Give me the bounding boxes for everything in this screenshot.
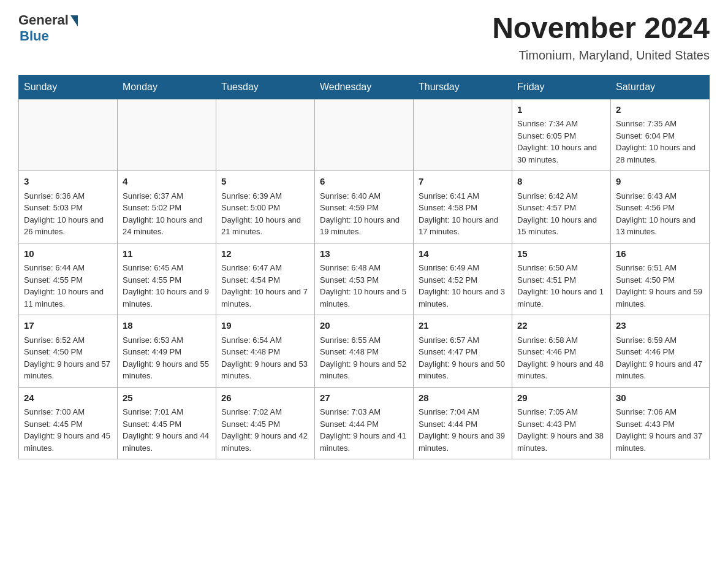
daylight-text: Daylight: 10 hours and 17 minutes.	[419, 215, 498, 237]
day-cell-4-1: 25Sunrise: 7:01 AMSunset: 4:45 PMDayligh…	[118, 387, 216, 459]
day-cell-0-5: 1Sunrise: 7:34 AMSunset: 6:05 PMDaylight…	[512, 99, 611, 171]
sunset-text: Sunset: 4:46 PM	[616, 347, 675, 356]
logo: General Blue	[18, 12, 78, 44]
daylight-text: Daylight: 10 hours and 19 minutes.	[320, 215, 400, 237]
day-number: 17	[24, 319, 112, 333]
sunset-text: Sunset: 4:48 PM	[320, 347, 379, 356]
col-thursday: Thursday	[414, 75, 512, 99]
day-cell-3-1: 18Sunrise: 6:53 AMSunset: 4:49 PMDayligh…	[118, 315, 216, 388]
sunset-text: Sunset: 4:56 PM	[616, 203, 675, 212]
sunset-text: Sunset: 4:45 PM	[123, 419, 181, 429]
day-cell-1-4: 7Sunrise: 6:41 AMSunset: 4:58 PMDaylight…	[414, 171, 512, 243]
sunset-text: Sunset: 4:53 PM	[320, 275, 379, 285]
day-cell-0-6: 2Sunrise: 7:35 AMSunset: 6:04 PMDaylight…	[611, 99, 710, 171]
sunset-text: Sunset: 4:58 PM	[419, 203, 477, 212]
sunrise-text: Sunrise: 6:52 AM	[24, 335, 85, 345]
sunrise-text: Sunrise: 6:59 AM	[616, 335, 677, 345]
sunrise-text: Sunrise: 6:50 AM	[517, 263, 578, 272]
daylight-text: Daylight: 9 hours and 47 minutes.	[616, 359, 702, 381]
sunrise-text: Sunrise: 7:05 AM	[517, 407, 578, 416]
col-sunday: Sunday	[19, 75, 118, 99]
daylight-text: Daylight: 9 hours and 59 minutes.	[616, 287, 702, 308]
sunrise-text: Sunrise: 6:40 AM	[320, 191, 381, 201]
day-cell-1-1: 4Sunrise: 6:37 AMSunset: 5:02 PMDaylight…	[118, 171, 216, 243]
day-cell-2-2: 12Sunrise: 6:47 AMSunset: 4:54 PMDayligh…	[216, 243, 315, 315]
day-cell-2-0: 10Sunrise: 6:44 AMSunset: 4:55 PMDayligh…	[19, 243, 118, 315]
daylight-text: Daylight: 9 hours and 55 minutes.	[123, 359, 209, 381]
sunset-text: Sunset: 4:44 PM	[419, 419, 477, 429]
daylight-text: Daylight: 10 hours and 1 minute.	[517, 287, 604, 308]
sunset-text: Sunset: 4:46 PM	[517, 347, 576, 356]
week-row-4: 17Sunrise: 6:52 AMSunset: 4:50 PMDayligh…	[19, 315, 710, 388]
header: General Blue November 2024 Timonium, Mar…	[18, 12, 710, 63]
daylight-text: Daylight: 9 hours and 53 minutes.	[221, 359, 308, 381]
sunrise-text: Sunrise: 7:00 AM	[24, 407, 85, 416]
sunrise-text: Sunrise: 6:37 AM	[123, 191, 183, 201]
sunset-text: Sunset: 5:03 PM	[24, 203, 83, 212]
col-saturday: Saturday	[611, 75, 710, 99]
day-number: 4	[123, 175, 211, 189]
daylight-text: Daylight: 10 hours and 13 minutes.	[616, 215, 696, 237]
sunrise-text: Sunrise: 6:43 AM	[616, 191, 677, 201]
sunset-text: Sunset: 4:44 PM	[320, 419, 379, 429]
calendar-table: Sunday Monday Tuesday Wednesday Thursday…	[18, 75, 710, 460]
sunrise-text: Sunrise: 6:57 AM	[419, 335, 479, 345]
sunset-text: Sunset: 4:48 PM	[221, 347, 280, 356]
sunset-text: Sunset: 4:54 PM	[221, 275, 280, 285]
day-cell-3-4: 21Sunrise: 6:57 AMSunset: 4:47 PMDayligh…	[414, 315, 512, 388]
day-number: 9	[616, 175, 704, 189]
day-cell-4-3: 27Sunrise: 7:03 AMSunset: 4:44 PMDayligh…	[315, 387, 414, 459]
day-number: 5	[221, 175, 309, 189]
day-number: 6	[320, 175, 408, 189]
logo-general-text: General	[18, 12, 69, 28]
day-cell-4-4: 28Sunrise: 7:04 AMSunset: 4:44 PMDayligh…	[414, 387, 512, 459]
daylight-text: Daylight: 10 hours and 24 minutes.	[123, 215, 202, 237]
sunset-text: Sunset: 4:57 PM	[517, 203, 576, 212]
day-cell-0-4	[414, 99, 512, 171]
sunrise-text: Sunrise: 6:49 AM	[419, 263, 479, 272]
logo-arrow-icon	[70, 15, 78, 26]
sunrise-text: Sunrise: 6:55 AM	[320, 335, 381, 345]
day-cell-3-5: 22Sunrise: 6:58 AMSunset: 4:46 PMDayligh…	[512, 315, 611, 388]
day-cell-2-6: 16Sunrise: 6:51 AMSunset: 4:50 PMDayligh…	[611, 243, 710, 315]
daylight-text: Daylight: 10 hours and 28 minutes.	[616, 143, 696, 164]
day-number: 21	[419, 319, 507, 333]
daylight-text: Daylight: 9 hours and 45 minutes.	[24, 431, 110, 453]
location-subtitle: Timonium, Maryland, United States	[492, 48, 710, 63]
sunrise-text: Sunrise: 7:03 AM	[320, 407, 381, 416]
day-cell-3-2: 19Sunrise: 6:54 AMSunset: 4:48 PMDayligh…	[216, 315, 315, 388]
day-cell-2-3: 13Sunrise: 6:48 AMSunset: 4:53 PMDayligh…	[315, 243, 414, 315]
sunset-text: Sunset: 4:43 PM	[517, 419, 576, 429]
daylight-text: Daylight: 10 hours and 15 minutes.	[517, 215, 597, 237]
day-number: 18	[123, 319, 211, 333]
day-cell-1-0: 3Sunrise: 6:36 AMSunset: 5:03 PMDaylight…	[19, 171, 118, 243]
calendar-header-row: Sunday Monday Tuesday Wednesday Thursday…	[19, 75, 710, 99]
day-cell-1-3: 6Sunrise: 6:40 AMSunset: 4:59 PMDaylight…	[315, 171, 414, 243]
daylight-text: Daylight: 10 hours and 21 minutes.	[221, 215, 301, 237]
day-cell-3-6: 23Sunrise: 6:59 AMSunset: 4:46 PMDayligh…	[611, 315, 710, 388]
sunset-text: Sunset: 4:50 PM	[616, 275, 675, 285]
daylight-text: Daylight: 9 hours and 37 minutes.	[616, 431, 702, 453]
sunrise-text: Sunrise: 7:35 AM	[616, 119, 677, 128]
sunrise-text: Sunrise: 6:58 AM	[517, 335, 578, 345]
daylight-text: Daylight: 9 hours and 57 minutes.	[24, 359, 110, 381]
day-number: 12	[221, 247, 309, 261]
sunset-text: Sunset: 5:00 PM	[221, 203, 280, 212]
sunrise-text: Sunrise: 6:53 AM	[123, 335, 183, 345]
day-number: 16	[616, 247, 704, 261]
sunset-text: Sunset: 4:45 PM	[221, 419, 280, 429]
day-number: 27	[320, 391, 408, 405]
day-cell-3-3: 20Sunrise: 6:55 AMSunset: 4:48 PMDayligh…	[315, 315, 414, 388]
sunrise-text: Sunrise: 7:06 AM	[616, 407, 677, 416]
week-row-3: 10Sunrise: 6:44 AMSunset: 4:55 PMDayligh…	[19, 243, 710, 315]
week-row-1: 1Sunrise: 7:34 AMSunset: 6:05 PMDaylight…	[19, 99, 710, 171]
daylight-text: Daylight: 9 hours and 41 minutes.	[320, 431, 406, 453]
day-cell-4-0: 24Sunrise: 7:00 AMSunset: 4:45 PMDayligh…	[19, 387, 118, 459]
sunrise-text: Sunrise: 6:45 AM	[123, 263, 183, 272]
day-number: 28	[419, 391, 507, 405]
daylight-text: Daylight: 9 hours and 39 minutes.	[419, 431, 505, 453]
day-cell-1-5: 8Sunrise: 6:42 AMSunset: 4:57 PMDaylight…	[512, 171, 611, 243]
day-cell-0-0	[19, 99, 118, 171]
day-cell-0-1	[118, 99, 216, 171]
daylight-text: Daylight: 9 hours and 42 minutes.	[221, 431, 308, 453]
